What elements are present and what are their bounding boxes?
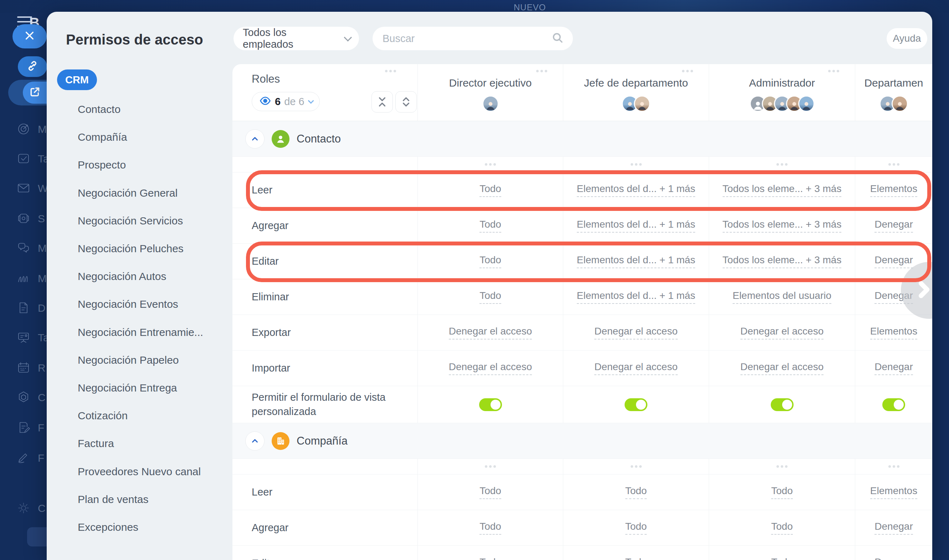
collapse-section-button[interactable] <box>245 431 264 451</box>
permission-value[interactable]: Todo <box>480 485 501 499</box>
permission-value[interactable]: Denegar <box>875 361 913 375</box>
permission-value[interactable]: Todo <box>480 254 501 268</box>
permission-value[interactable]: Denegar el acceso <box>449 326 532 340</box>
permission-value[interactable]: Denegar el acceso <box>449 361 532 375</box>
permission-value[interactable]: Denegar <box>875 557 913 560</box>
link-shortcut-button[interactable] <box>18 56 47 77</box>
permission-value[interactable]: Elementos <box>870 183 917 197</box>
employee-filter-dropdown[interactable]: Todos los empleados <box>233 27 359 50</box>
permission-value[interactable]: Denegar el acceso <box>741 326 824 340</box>
nav-item-negociaci-n-papeleo[interactable]: Negociación Papeleo <box>78 352 179 368</box>
nav-item-excepciones[interactable]: Excepciones <box>78 519 138 535</box>
nav-item-plan-de-ventas[interactable]: Plan de ventas <box>78 492 148 507</box>
permission-value[interactable]: Todos los eleme... + 3 más <box>723 254 842 268</box>
target-icon[interactable] <box>16 121 31 137</box>
doc-edit-icon[interactable] <box>16 420 31 435</box>
calendar-icon[interactable] <box>16 360 31 375</box>
permission-value[interactable]: Todo <box>771 485 793 499</box>
permission-value[interactable]: Todo <box>625 521 647 535</box>
nav-item-factura[interactable]: Factura <box>78 436 114 451</box>
permission-value[interactable]: Elementos del d... + 1 más <box>577 290 695 304</box>
permission-value[interactable]: Todo <box>480 521 501 535</box>
more-menu-icon[interactable] <box>776 465 787 468</box>
document-icon[interactable] <box>16 300 31 315</box>
collapse-section-button[interactable] <box>245 129 264 149</box>
more-menu-icon[interactable] <box>485 465 496 468</box>
column-menu-row <box>233 459 932 474</box>
nav-item-proveedores-nuevo-canal[interactable]: Proveedores Nuevo canal <box>78 464 201 480</box>
permission-value[interactable]: Elementos <box>870 485 917 499</box>
permission-value[interactable]: Todo <box>625 557 647 560</box>
open-window-button[interactable] <box>23 82 47 104</box>
nav-item-compa-a[interactable]: Compañía <box>78 129 127 145</box>
hexagon-icon[interactable] <box>16 389 31 405</box>
custom-view-toggle[interactable] <box>771 398 793 411</box>
permission-value[interactable]: Elementos del d... + 1 más <box>577 183 695 197</box>
more-menu-icon[interactable] <box>776 163 787 166</box>
roles-visibility-filter[interactable]: 6de 6 <box>252 92 320 111</box>
custom-view-toggle[interactable] <box>882 398 905 411</box>
sidebar-item-label: D <box>38 302 47 314</box>
mail-icon[interactable] <box>16 180 31 196</box>
pencil-icon[interactable] <box>16 450 31 466</box>
help-button[interactable]: Ayuda <box>887 28 927 49</box>
permission-value[interactable]: Todo <box>480 219 501 232</box>
nav-item-prospecto[interactable]: Prospecto <box>78 157 126 173</box>
search-input[interactable] <box>382 32 551 45</box>
permission-value[interactable]: Denegar el acceso <box>741 361 824 375</box>
crm-badge[interactable]: CRM <box>57 69 97 90</box>
nav-item-negociaci-n-entrega[interactable]: Negociación Entrega <box>78 380 177 396</box>
custom-view-toggle[interactable] <box>479 398 502 411</box>
more-menu-icon[interactable] <box>889 465 900 468</box>
user-avatar <box>482 95 499 112</box>
nav-item-negociaci-n-peluches[interactable]: Negociación Peluches <box>78 241 184 257</box>
permission-value[interactable]: Elementos del d... + 1 más <box>577 254 695 268</box>
permission-value[interactable]: Elementos del d... + 1 más <box>577 219 695 232</box>
permission-value[interactable]: Todo <box>480 557 501 560</box>
nav-item-negociaci-n-general[interactable]: Negociación General <box>78 185 177 201</box>
more-menu-icon[interactable] <box>485 163 496 166</box>
more-menu-icon[interactable] <box>889 163 900 166</box>
column-menu-cell <box>855 459 932 474</box>
permission-value[interactable]: Todos los eleme... + 3 más <box>723 183 842 197</box>
permission-value[interactable]: Todo <box>480 183 501 197</box>
permission-value[interactable]: Todo <box>771 557 793 560</box>
permission-value[interactable]: Todo <box>771 521 793 535</box>
scribble-icon[interactable] <box>16 271 31 286</box>
nav-item-negociaci-n-autos[interactable]: Negociación Autos <box>78 269 167 284</box>
permission-cell: Denegar el acceso <box>563 351 709 386</box>
close-sidebar-button[interactable] <box>12 24 47 48</box>
sidebar-bottom-button[interactable] <box>27 527 47 546</box>
nav-item-negociaci-n-servicios[interactable]: Negociación Servicios <box>78 213 183 229</box>
permission-value[interactable]: Denegar <box>875 254 913 268</box>
permission-value[interactable]: Elementos <box>870 326 917 340</box>
permission-value[interactable]: Denegar <box>875 521 913 535</box>
permission-value[interactable]: Denegar el acceso <box>594 326 677 340</box>
more-menu-icon[interactable] <box>385 70 396 72</box>
permission-value[interactable]: Todo <box>625 485 647 499</box>
more-menu-icon[interactable] <box>631 163 642 166</box>
permission-value[interactable]: Todo <box>480 290 501 304</box>
more-menu-icon[interactable] <box>631 465 642 468</box>
collapse-all-button[interactable] <box>372 91 393 112</box>
camera-icon[interactable] <box>16 211 31 226</box>
more-menu-icon[interactable] <box>828 70 839 72</box>
more-menu-icon[interactable] <box>682 70 693 72</box>
permission-value[interactable]: Denegar <box>875 219 913 232</box>
gear-icon[interactable] <box>16 500 31 516</box>
more-menu-icon[interactable] <box>536 70 547 72</box>
nav-item-contacto[interactable]: Contacto <box>78 102 120 117</box>
role-avatars <box>622 95 650 112</box>
tasks-icon[interactable] <box>16 151 31 166</box>
expand-all-button[interactable] <box>395 91 417 112</box>
permission-value[interactable]: Elementos del usuario <box>733 290 831 304</box>
board-icon[interactable] <box>16 329 31 345</box>
nav-item-negociaci-n-eventos[interactable]: Negociación Eventos <box>78 296 178 312</box>
permission-value[interactable]: Denegar el acceso <box>594 361 677 375</box>
chat-icon[interactable] <box>16 240 31 256</box>
permission-cell: Todo <box>563 510 709 545</box>
permission-value[interactable]: Todos los eleme... + 3 más <box>723 219 842 232</box>
nav-item-negociaci-n-entrenamie-[interactable]: Negociación Entrenamie... <box>78 325 203 340</box>
nav-item-cotizaci-n[interactable]: Cotización <box>78 408 128 423</box>
custom-view-toggle[interactable] <box>625 398 647 411</box>
